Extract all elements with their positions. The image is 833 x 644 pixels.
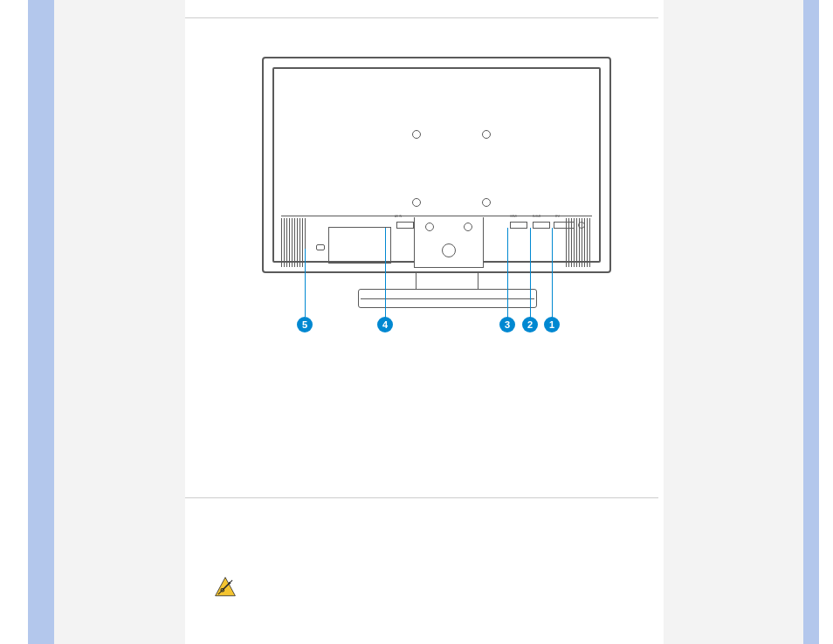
rating-label-plate <box>328 227 391 264</box>
neck-screw-icon <box>425 223 434 231</box>
stand-column <box>416 273 478 291</box>
section-divider <box>185 17 658 18</box>
right-margin-panel <box>664 0 803 644</box>
document-page: AC IN HDMI D-SUB DVI 5 <box>0 0 833 644</box>
ventilation-slots <box>281 218 307 267</box>
callout-number-5: 5 <box>297 317 313 332</box>
callout-number-4: 4 <box>377 317 393 332</box>
callout-leader-line <box>385 228 386 319</box>
audio-port-icon <box>578 222 585 229</box>
warning-icon <box>214 576 237 599</box>
monitor-housing: AC IN HDMI D-SUB DVI <box>262 57 611 273</box>
vesa-screw-icon <box>412 198 421 207</box>
stand-neck <box>414 217 484 268</box>
dsub-port-icon <box>533 222 550 229</box>
callout-number-3: 3 <box>499 317 515 332</box>
vesa-screw-icon <box>482 130 491 139</box>
callout-leader-line <box>305 249 306 317</box>
left-margin-panel <box>54 0 185 644</box>
callout-leader-line <box>507 228 508 319</box>
port-label-dvi: DVI <box>555 215 560 218</box>
neck-center-screw-icon <box>442 243 456 257</box>
kensington-lock-icon <box>316 244 325 250</box>
neck-screw-icon <box>464 223 472 231</box>
port-label-ac: AC IN <box>395 215 402 218</box>
callout-number-2: 2 <box>522 317 538 332</box>
hdmi-port-icon <box>510 222 527 229</box>
section-divider <box>185 497 658 498</box>
monitor-rear-figure: AC IN HDMI D-SUB DVI 5 <box>262 57 611 273</box>
ac-in-port-icon <box>396 222 414 229</box>
dvi-port-icon <box>554 222 575 229</box>
callout-leader-line <box>530 228 531 319</box>
port-label-dsub: D-SUB <box>533 215 540 218</box>
vesa-screw-icon <box>412 130 421 139</box>
decorative-left-bar <box>28 0 54 644</box>
callout-number-1: 1 <box>544 317 560 332</box>
port-label-hdmi: HDMI <box>510 215 517 218</box>
decorative-right-bar <box>803 0 819 644</box>
callout-leader-line <box>552 228 553 319</box>
vesa-screw-icon <box>482 198 491 207</box>
